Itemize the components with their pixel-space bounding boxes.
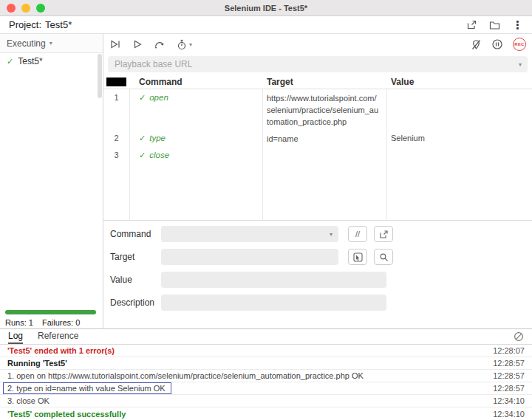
command-cell: open bbox=[149, 93, 168, 102]
log-entry[interactable]: 3. close OK 12:34:10 bbox=[0, 395, 532, 407]
double-slash-button[interactable]: // bbox=[348, 226, 367, 242]
more-menu-icon[interactable]: ⋮ bbox=[512, 19, 523, 30]
find-target-icon[interactable] bbox=[374, 249, 393, 265]
clear-log-icon[interactable] bbox=[514, 329, 524, 344]
log-entry-text: Running 'Test5' bbox=[7, 359, 67, 368]
close-window-button[interactable] bbox=[7, 4, 16, 13]
table-row[interactable]: 3 ✓ close bbox=[103, 147, 532, 162]
log-tabs: Log Reference bbox=[0, 329, 532, 345]
target-field-label: Target bbox=[110, 252, 161, 262]
column-header-value: Value bbox=[386, 77, 532, 87]
command-table-header: Command Target Value bbox=[103, 75, 532, 89]
project-name: Test5* bbox=[45, 19, 72, 30]
tests-dropdown-label: Executing bbox=[7, 38, 46, 49]
log-entry-time: 12:34:10 bbox=[493, 396, 525, 405]
run-all-tests-icon[interactable] bbox=[109, 39, 121, 49]
main-panel: ▾ REC bbox=[103, 34, 532, 328]
command-edit-form: Command ▾ // Target bbox=[103, 220, 532, 328]
project-bar: Project: Test5* ⋮ bbox=[0, 16, 532, 34]
target-cell: https://www.tutorialspoint.com/selenium/… bbox=[262, 93, 386, 128]
step-over-icon[interactable] bbox=[154, 39, 166, 49]
tests-dropdown[interactable]: Executing ▾ bbox=[0, 34, 103, 53]
run-current-test-icon[interactable] bbox=[132, 39, 143, 49]
disable-breakpoints-icon[interactable] bbox=[471, 39, 482, 50]
progress-bar bbox=[5, 310, 96, 314]
log-entry-text: 1. open on https://www.tutorialspoint.co… bbox=[7, 371, 364, 380]
description-field-label: Description bbox=[110, 297, 161, 308]
chevron-down-icon: ▾ bbox=[330, 231, 332, 238]
check-icon: ✓ bbox=[139, 134, 146, 143]
log-entry[interactable]: 1. open on https://www.tutorialspoint.co… bbox=[0, 370, 532, 382]
log-entry-time: 12:28:07 bbox=[493, 346, 525, 355]
check-icon: ✓ bbox=[139, 151, 146, 160]
pause-on-exceptions-icon[interactable] bbox=[491, 38, 503, 50]
column-header-target: Target bbox=[262, 77, 386, 87]
log-entry-time: 12:28:57 bbox=[493, 371, 525, 380]
command-table: Command Target Value 1 ✓ open https://ww… bbox=[103, 75, 532, 220]
open-external-editor-icon[interactable] bbox=[374, 226, 393, 242]
log-entries: 'Test5' ended with 1 error(s) 12:28:07 R… bbox=[0, 345, 532, 420]
row-number: 3 bbox=[103, 151, 129, 160]
tests-sidebar: Executing ▾ ✓ Test5* Runs: 1 Failures: 0 bbox=[0, 34, 103, 328]
check-icon: ✓ bbox=[139, 93, 146, 103]
runs-count: Runs: 1 bbox=[5, 318, 33, 327]
project-label: Project: bbox=[9, 19, 41, 30]
playback-url-row: ▾ bbox=[103, 55, 532, 75]
test-name: Test5* bbox=[18, 56, 42, 66]
target-input[interactable] bbox=[161, 249, 338, 265]
new-project-icon[interactable] bbox=[466, 19, 477, 30]
log-panel: Log Reference 'Test5' ended with 1 error… bbox=[0, 328, 532, 420]
table-row[interactable]: 2 ✓ type id=name Selenium bbox=[103, 130, 532, 147]
row-number: 1 bbox=[103, 93, 129, 128]
log-entry-time: 12:28:57 bbox=[493, 384, 525, 393]
check-icon: ✓ bbox=[7, 57, 13, 66]
value-field-label: Value bbox=[110, 275, 161, 285]
chevron-down-icon: ▾ bbox=[189, 41, 192, 48]
log-entry-text: 3. close OK bbox=[7, 396, 50, 405]
command-cell: type bbox=[149, 134, 166, 142]
value-cell bbox=[386, 93, 532, 128]
log-entry-time: 12:34:10 bbox=[493, 410, 525, 419]
value-cell bbox=[386, 151, 532, 160]
value-cell: Selenium bbox=[386, 134, 532, 145]
chevron-down-icon: ▾ bbox=[519, 61, 522, 68]
log-entry-text: 'Test5' completed successfully bbox=[7, 410, 126, 419]
run-summary: Runs: 1 Failures: 0 bbox=[5, 310, 98, 327]
table-row[interactable]: 1 ✓ open https://www.tutorialspoint.com/… bbox=[103, 89, 532, 130]
selenium-ide-window: Selenium IDE - Test5* Project: Test5* ⋮ … bbox=[0, 0, 532, 420]
command-select[interactable] bbox=[161, 226, 338, 242]
log-entry-text: 2. type on id=name with value Selenium O… bbox=[3, 382, 171, 394]
minimize-window-button[interactable] bbox=[21, 4, 30, 13]
target-cell: id=name bbox=[262, 134, 386, 145]
row-number-column-header-box bbox=[106, 78, 126, 86]
chevron-down-icon: ▾ bbox=[50, 40, 52, 47]
value-input[interactable] bbox=[161, 272, 386, 288]
log-entry[interactable]: 'Test5' ended with 1 error(s) 12:28:07 bbox=[0, 345, 532, 357]
window-title: Selenium IDE - Test5* bbox=[0, 4, 532, 13]
playback-base-url-input[interactable] bbox=[108, 56, 528, 72]
description-input[interactable] bbox=[161, 295, 386, 311]
log-entry-text: 'Test5' ended with 1 error(s) bbox=[7, 346, 115, 355]
log-entry-time: 12:28:57 bbox=[493, 359, 525, 368]
open-project-icon[interactable] bbox=[489, 20, 500, 30]
record-icon[interactable]: REC bbox=[513, 38, 526, 51]
select-target-icon[interactable] bbox=[348, 249, 367, 265]
sidebar-item-test5[interactable]: ✓ Test5* bbox=[0, 53, 103, 69]
title-bar: Selenium IDE - Test5* bbox=[0, 0, 532, 16]
command-field-label: Command bbox=[110, 229, 161, 239]
target-cell bbox=[262, 151, 386, 160]
failures-count: Failures: 0 bbox=[42, 318, 80, 327]
column-header-command: Command bbox=[129, 77, 262, 87]
playback-toolbar: ▾ REC bbox=[103, 34, 532, 55]
tab-reference[interactable]: Reference bbox=[38, 329, 78, 344]
test-speed-control[interactable]: ▾ bbox=[177, 39, 192, 50]
tab-log[interactable]: Log bbox=[8, 329, 23, 344]
command-cell: close bbox=[149, 151, 169, 159]
sidebar-scrollbar[interactable] bbox=[98, 54, 102, 98]
log-entry[interactable]: Running 'Test5' 12:28:57 bbox=[0, 357, 532, 370]
log-entry-selected[interactable]: 2. type on id=name with value Selenium O… bbox=[0, 382, 532, 395]
zoom-window-button[interactable] bbox=[36, 4, 45, 13]
log-entry[interactable]: 'Test5' completed successfully 12:34:10 bbox=[0, 407, 532, 420]
row-number: 2 bbox=[103, 134, 129, 145]
